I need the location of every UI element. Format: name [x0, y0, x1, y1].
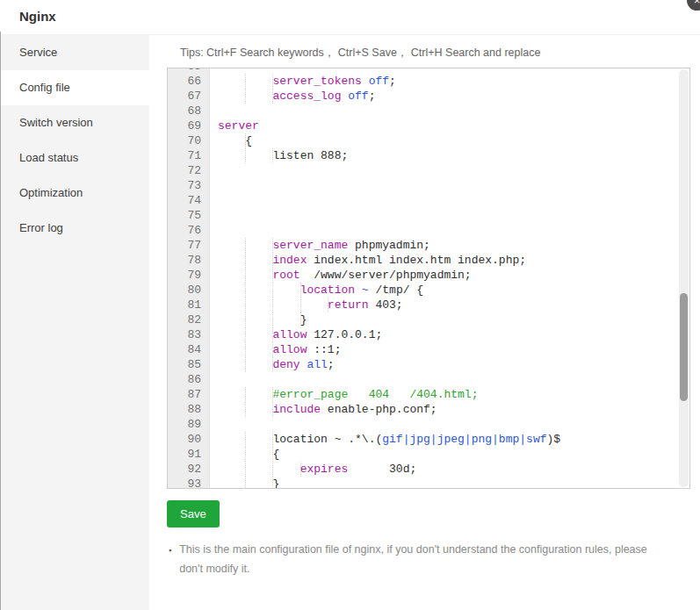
code-line: 68	[168, 104, 677, 118]
line-number: 69	[168, 118, 210, 133]
code-line: 93 }	[168, 477, 677, 489]
sidebar-item-config-file[interactable]: Config file	[0, 70, 149, 105]
code-line: 92 expires 30d;	[168, 462, 677, 477]
code-line: 81 return 403;	[168, 298, 677, 312]
line-number: 75	[168, 208, 210, 223]
line-number: 91	[168, 447, 210, 462]
line-number: 76	[168, 223, 210, 238]
line-number: 71	[168, 148, 210, 163]
editor-scrollbar-track[interactable]	[679, 69, 689, 487]
code-line: 70 {	[168, 133, 677, 148]
line-number: 87	[168, 387, 210, 402]
sidebar-item-switch-version[interactable]: Switch version	[0, 105, 149, 140]
code-line: 89	[168, 417, 677, 432]
line-number: 89	[168, 417, 210, 432]
code-line: 66 server_tokens off;	[168, 74, 677, 89]
code-line: 87 #error_page 404 /404.html;	[168, 387, 677, 402]
code-line: 75	[168, 208, 677, 223]
note-bullet-icon: ▪	[169, 541, 171, 579]
code-line: 69server	[168, 118, 677, 133]
line-number: 83	[168, 327, 210, 342]
code-line: 86	[168, 372, 677, 387]
code-line: 83 allow 127.0.0.1;	[168, 327, 677, 342]
code-line: 77 server_name phpmyadmin;	[168, 238, 677, 253]
code-line: 90 location ~ .*\.(gif|jpg|jpeg|png|bmp|…	[168, 432, 677, 447]
sidebar-item-optimization[interactable]: Optimization	[0, 176, 149, 211]
code-line: 80 location ~ /tmp/ {	[168, 283, 677, 298]
code-line: 65	[168, 68, 677, 74]
line-number: 84	[168, 342, 210, 357]
line-number: 77	[168, 238, 210, 253]
code-lines: 6566 server_tokens off;67 access_log off…	[168, 68, 677, 489]
line-number: 78	[168, 253, 210, 268]
save-button[interactable]: Save	[167, 500, 220, 527]
line-number: 88	[168, 402, 210, 417]
code-line: 82 }	[168, 312, 677, 327]
line-number: 82	[168, 312, 210, 327]
sidebar: ServiceConfig fileSwitch versionLoad sta…	[0, 35, 149, 610]
line-number: 86	[168, 372, 210, 387]
line-number: 65	[168, 68, 210, 74]
code-line: 76	[168, 223, 677, 238]
line-number: 72	[168, 163, 210, 178]
code-line: 71 listen 888;	[168, 148, 677, 163]
code-line: 88 include enable-php.conf;	[168, 402, 677, 417]
line-number: 93	[168, 477, 210, 489]
line-number: 66	[168, 74, 210, 89]
code-line: 72	[168, 163, 677, 178]
line-number: 80	[168, 283, 210, 298]
sidebar-item-load-status[interactable]: Load status	[0, 140, 149, 176]
code-line: 73	[168, 178, 677, 193]
code-line: 67 access_log off;	[168, 89, 677, 104]
code-line: 85 deny all;	[168, 357, 677, 372]
config-editor[interactable]: 6566 server_tokens off;67 access_log off…	[167, 68, 690, 489]
code-line: 91 {	[168, 447, 677, 462]
line-number: 90	[168, 432, 210, 447]
line-number: 92	[168, 462, 210, 477]
sidebar-item-error-log[interactable]: Error log	[0, 211, 149, 246]
window-header: Nginx	[0, 0, 700, 35]
line-number: 68	[168, 104, 210, 118]
window-left-edge	[0, 32, 1, 610]
line-number: 73	[168, 178, 210, 193]
main-content: Tips: Ctrl+F Search keywords， Ctrl+S Sav…	[149, 35, 700, 610]
line-number: 79	[168, 268, 210, 283]
sidebar-item-service[interactable]: Service	[0, 35, 149, 70]
line-number: 70	[168, 133, 210, 148]
editor-tips: Tips: Ctrl+F Search keywords， Ctrl+S Sav…	[180, 46, 540, 61]
editor-scrollbar-thumb[interactable]	[680, 293, 688, 402]
code-line: 84 allow ::1;	[168, 342, 677, 357]
code-line: 79 root /www/server/phpmyadmin;	[168, 268, 677, 283]
line-number: 67	[168, 89, 210, 104]
page-title: Nginx	[0, 0, 700, 24]
config-note: ▪ This is the main configuration file of…	[169, 541, 662, 579]
code-line: 78 index index.html index.htm index.php;	[168, 253, 677, 268]
line-number: 74	[168, 193, 210, 208]
line-number: 81	[168, 298, 210, 312]
line-number: 85	[168, 357, 210, 372]
code-line: 74	[168, 193, 677, 208]
note-text: This is the main configuration file of n…	[179, 541, 662, 579]
